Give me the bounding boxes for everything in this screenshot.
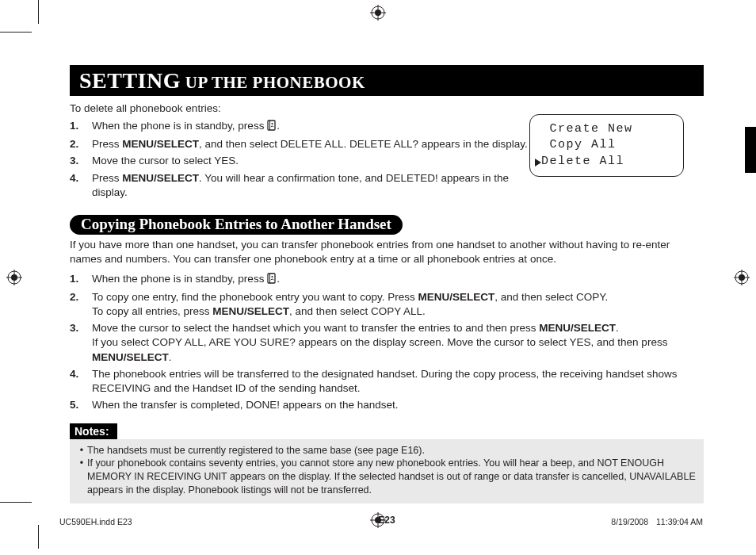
- svg-point-18: [272, 123, 273, 124]
- bullet-icon: •: [76, 457, 87, 497]
- cursor-icon: [535, 156, 541, 172]
- step-text: To copy one entry, find the phonebook en…: [92, 290, 704, 319]
- step-number: 4.: [70, 367, 92, 396]
- crop-mark: [0, 32, 32, 33]
- step-number: 3.: [70, 154, 92, 168]
- lcd-display: Create New Copy All Delete All: [529, 114, 684, 177]
- svg-rect-20: [268, 274, 275, 283]
- step-number: 1.: [70, 119, 92, 135]
- subheading-pill: Copying Phonebook Entries to Another Han…: [70, 215, 403, 235]
- list-item: 5. When the transfer is completed, DONE!…: [70, 398, 704, 412]
- list-item: 1. When the phone is in standby, press .: [70, 119, 529, 135]
- step-text: Press MENU/SELECT, and then select DELET…: [92, 137, 529, 151]
- list-item: 4. The phonebook entries will be transfe…: [70, 367, 704, 396]
- phonebook-icon: [267, 120, 277, 135]
- step-text: When the phone is in standby, press .: [92, 119, 529, 135]
- list-item: 3. Move the cursor to select the handset…: [70, 321, 704, 365]
- title-small: UP THE PHONEBOOK: [181, 73, 365, 92]
- side-tab: [745, 127, 756, 173]
- registration-mark-icon: [734, 270, 750, 285]
- step-text: Move the cursor to select YES.: [92, 154, 529, 168]
- step-number: 2.: [70, 137, 92, 151]
- lcd-line: Delete All: [541, 154, 677, 170]
- step-number: 4.: [70, 171, 92, 200]
- step-number: 3.: [70, 321, 92, 365]
- delete-steps: 1. When the phone is in standby, press .…: [70, 119, 529, 200]
- registration-mark-icon: [6, 270, 22, 285]
- lcd-screen: Create New Copy All Delete All: [529, 114, 684, 177]
- registration-mark-icon: [370, 5, 386, 21]
- phonebook-icon: [267, 273, 277, 288]
- list-item: 3. Move the cursor to select YES.: [70, 154, 529, 168]
- footer-file: UC590EH.indd E23: [59, 517, 132, 526]
- step-number: 1.: [70, 272, 92, 288]
- svg-marker-19: [535, 159, 541, 166]
- bullet-icon: •: [76, 444, 87, 457]
- footer: UC590EH.indd E23 8/19/200811:39:04 AM: [59, 517, 703, 526]
- note-item: •The handsets must be currently register…: [76, 444, 697, 457]
- step-text: Press MENU/SELECT. You will hear a confi…: [92, 171, 529, 200]
- list-item: 2. Press MENU/SELECT, and then select DE…: [70, 137, 529, 151]
- note-item: •If your phonebook contains seventy entr…: [76, 457, 697, 497]
- delete-intro: To delete all phonebook entries:: [70, 102, 529, 114]
- notes-label: Notes:: [70, 423, 117, 439]
- list-item: 2. To copy one entry, find the phonebook…: [70, 290, 704, 319]
- svg-rect-16: [268, 121, 275, 130]
- footer-datetime: 8/19/200811:39:04 AM: [603, 517, 703, 526]
- title-large: SETTING: [79, 68, 181, 93]
- step-text: When the phone is in standby, press .: [92, 272, 704, 288]
- section-title-bar: SETTING UP THE PHONEBOOK: [70, 65, 704, 96]
- lcd-line: Copy All: [541, 137, 677, 153]
- lcd-line: Create New: [541, 121, 677, 137]
- crop-mark: [38, 525, 39, 549]
- step-text: Move the cursor to select the handset wh…: [92, 321, 704, 365]
- crop-mark: [38, 0, 39, 24]
- step-number: 5.: [70, 398, 92, 412]
- step-text: The phonebook entries will be transferre…: [92, 367, 704, 396]
- step-number: 2.: [70, 290, 92, 319]
- delete-section: To delete all phonebook entries: 1. When…: [70, 102, 704, 200]
- crop-mark: [0, 502, 32, 503]
- copy-intro: If you have more than one handset, you c…: [70, 238, 704, 266]
- notes-box: •The handsets must be currently register…: [70, 439, 704, 504]
- list-item: 1. When the phone is in standby, press .: [70, 272, 704, 288]
- svg-point-22: [272, 275, 273, 277]
- page: SETTING UP THE PHONEBOOK To delete all p…: [0, 0, 756, 555]
- copy-steps: 1. When the phone is in standby, press .…: [70, 272, 704, 413]
- step-text: When the transfer is completed, DONE! ap…: [92, 398, 704, 412]
- content-area: SETTING UP THE PHONEBOOK To delete all p…: [70, 65, 704, 526]
- list-item: 4. Press MENU/SELECT. You will hear a co…: [70, 171, 529, 200]
